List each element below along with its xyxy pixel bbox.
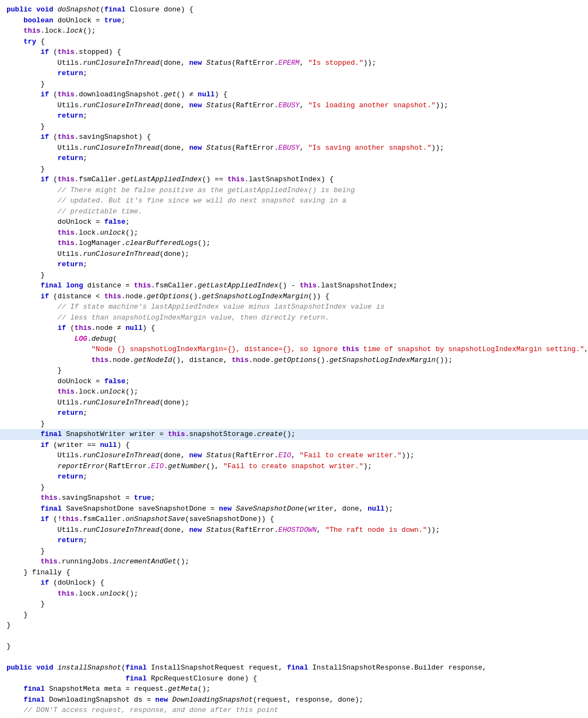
code-viewer: public void doSnapshot(final Closure don… xyxy=(0,0,588,718)
code-line: this.savingSnapshot = true; xyxy=(0,493,588,504)
code-line: this.node.getNodeId(), distance, this.no… xyxy=(0,355,588,366)
code-line: if (distance < this.node.getOptions().ge… xyxy=(0,291,588,302)
code-line: final SnapshotWriter writer = this.snaps… xyxy=(0,429,588,440)
code-line: if (this.node ≠ null) { xyxy=(0,323,588,334)
code-line: if (this.fsmCaller.getLastAppliedIndex()… xyxy=(0,174,588,185)
code-line: if (this.savingSnapshot) { xyxy=(0,132,588,143)
code-line: try { xyxy=(0,36,588,47)
code-line: reportError(RaftError.EIO.getNumber(), "… xyxy=(0,461,588,472)
code-line: // If state machine's lastAppliedIndex v… xyxy=(0,302,588,312)
code-line: // DON'T access request, response, and d… xyxy=(0,705,588,716)
code-line: Utils.runClosureInThread(done, new Statu… xyxy=(0,525,588,536)
code-line: if (writer == null) { xyxy=(0,440,588,451)
code-line: if (this.downloadingSnapshot.get() ≠ nul… xyxy=(0,89,588,100)
code-line: this.lock.lock(); xyxy=(0,26,588,36)
code-line: } xyxy=(0,546,588,557)
code-line: } finally { xyxy=(0,567,588,578)
code-line: public void installSnapshot(final Instal… xyxy=(0,662,588,673)
code-line: Utils.runClosureInThread(done, new Statu… xyxy=(0,450,588,461)
code-line: final RpcRequestClosure done) { xyxy=(0,673,588,684)
code-line: Utils.runClosureInThread(done, new Statu… xyxy=(0,100,588,111)
code-line: "Node {} snapshotLogIndexMargin={}, dist… xyxy=(0,344,588,355)
code-line: final DownloadingSnapshot ds = new Downl… xyxy=(0,695,588,705)
code-line: final SaveSnapshotDone saveSnapshotDone … xyxy=(0,504,588,514)
code-line: Utils.runClosureInThread(done); xyxy=(0,249,588,260)
code-line: return; xyxy=(0,408,588,419)
code-line: if (doUnlock) { xyxy=(0,578,588,588)
code-line: this.lock.unlock(); xyxy=(0,228,588,238)
code-line: Utils.runClosureInThread(done, new Statu… xyxy=(0,143,588,154)
code-line: } xyxy=(0,482,588,493)
code-line: return; xyxy=(0,535,588,546)
code-line: final long distance = this.fsmCaller.get… xyxy=(0,280,588,291)
code-line: if (!this.fsmCaller.onSnapshotSave(saveS… xyxy=(0,514,588,525)
code-line xyxy=(0,652,588,663)
code-line: } xyxy=(0,599,588,610)
code-line: } xyxy=(0,121,588,132)
code-line: boolean doUnlock = true; xyxy=(0,15,588,26)
code-line: return; xyxy=(0,153,588,164)
code-line: } xyxy=(0,641,588,652)
code-line: public void doSnapshot(final Closure don… xyxy=(0,4,588,15)
code-line: this.lock.unlock(); xyxy=(0,386,588,397)
code-line: doUnlock = false; xyxy=(0,376,588,387)
code-line: } xyxy=(0,365,588,376)
code-line: } xyxy=(0,164,588,175)
code-line: // There might be false positive as the … xyxy=(0,185,588,196)
code-line: } xyxy=(0,620,588,631)
code-line: Utils.runClosureInThread(done, new Statu… xyxy=(0,58,588,69)
code-line: return; xyxy=(0,259,588,270)
code-line: doUnlock = false; xyxy=(0,217,588,228)
code-line: } xyxy=(0,79,588,90)
code-line: } xyxy=(0,610,588,621)
code-line: // as the retry snapshot will replace th… xyxy=(0,716,588,719)
code-line: this.logManager.clearBufferedLogs(); xyxy=(0,238,588,249)
code-line: // updated. But it's fine since we will … xyxy=(0,195,588,206)
code-line: return; xyxy=(0,471,588,482)
code-line: Utils.runClosureInThread(done); xyxy=(0,397,588,408)
code-line: this.lock.unlock(); xyxy=(0,588,588,599)
code-line xyxy=(0,631,588,642)
code-line: if (this.stopped) { xyxy=(0,47,588,58)
code-line: return; xyxy=(0,68,588,79)
code-line: return; xyxy=(0,111,588,121)
code-line: final SnapshotMeta meta = request.getMet… xyxy=(0,684,588,695)
code-line: LOG.debug( xyxy=(0,334,588,345)
code-line: } xyxy=(0,270,588,281)
code-line: } xyxy=(0,419,588,429)
code-line: this.runningJobs.incrementAndGet(); xyxy=(0,556,588,567)
code-line: // predictable time. xyxy=(0,206,588,217)
code-line: // less than snapshotLogIndexMargin valu… xyxy=(0,312,588,323)
